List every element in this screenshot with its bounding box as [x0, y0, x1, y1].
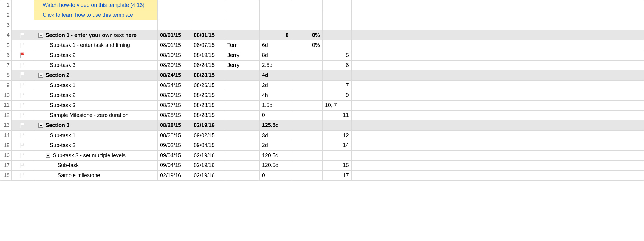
end-date[interactable]: 08/07/15: [191, 40, 225, 50]
assignee[interactable]: [225, 20, 259, 30]
duration[interactable]: [259, 0, 291, 10]
start-date[interactable]: 08/01/15: [157, 30, 191, 40]
row-number[interactable]: 14: [0, 130, 12, 140]
end-date[interactable]: 08/28/15: [191, 100, 225, 110]
table-row[interactable]: 13−Section 308/28/1502/19/16125.5d: [0, 120, 644, 131]
template-link[interactable]: Click to learn how to use this template: [43, 12, 133, 18]
start-date[interactable]: 09/04/15: [157, 160, 191, 171]
predecessors[interactable]: 12: [322, 130, 351, 140]
trailing-cell[interactable]: [351, 10, 644, 20]
table-row[interactable]: 11Sub-task 308/27/1508/28/151.5d10, 7: [0, 100, 644, 110]
start-date[interactable]: 08/24/15: [157, 80, 191, 90]
predecessors[interactable]: 10, 7: [322, 100, 351, 110]
row-number[interactable]: 10: [0, 90, 12, 101]
duration[interactable]: 4h: [259, 90, 291, 101]
table-row[interactable]: 1Watch how-to video on this template (4:…: [0, 0, 644, 10]
task-cell[interactable]: [34, 20, 157, 30]
start-date[interactable]: [157, 0, 191, 10]
end-date[interactable]: [191, 10, 225, 20]
assignee[interactable]: Tom: [225, 40, 259, 50]
percent-complete[interactable]: [291, 80, 322, 90]
end-date[interactable]: 09/04/15: [191, 140, 225, 151]
start-date[interactable]: 08/27/15: [157, 100, 191, 110]
table-row[interactable]: 2Click to learn how to use this template: [0, 10, 644, 20]
flag-cell[interactable]: [11, 80, 34, 90]
assignee[interactable]: [225, 100, 259, 110]
flag-cell[interactable]: [11, 160, 34, 171]
table-row[interactable]: 6Sub-task 208/10/1508/19/15Jerry8d5: [0, 50, 644, 60]
row-number[interactable]: 11: [0, 100, 12, 110]
duration[interactable]: 0: [259, 110, 291, 120]
collapse-toggle[interactable]: −: [38, 73, 43, 78]
start-date[interactable]: 08/24/15: [157, 70, 191, 81]
assignee[interactable]: [225, 120, 259, 131]
row-number[interactable]: 9: [0, 80, 12, 90]
trailing-cell[interactable]: [351, 40, 644, 50]
row-number[interactable]: 17: [0, 160, 12, 171]
task-cell[interactable]: −Section 2: [34, 70, 157, 81]
percent-complete[interactable]: [291, 130, 322, 140]
row-number[interactable]: 16: [0, 150, 12, 160]
predecessors[interactable]: 14: [322, 140, 351, 151]
end-date[interactable]: 09/02/15: [191, 130, 225, 140]
end-date[interactable]: 02/19/16: [191, 160, 225, 171]
percent-complete[interactable]: [291, 90, 322, 101]
predecessors[interactable]: 11: [322, 110, 351, 120]
assignee[interactable]: Jerry: [225, 50, 259, 60]
predecessors[interactable]: [322, 20, 351, 30]
percent-complete[interactable]: [291, 110, 322, 120]
assignee[interactable]: [225, 130, 259, 140]
percent-complete[interactable]: 0%: [291, 40, 322, 50]
row-number[interactable]: 6: [0, 50, 12, 60]
assignee[interactable]: [225, 10, 259, 20]
trailing-cell[interactable]: [351, 50, 644, 60]
assignee[interactable]: [225, 140, 259, 151]
duration[interactable]: 2d: [259, 140, 291, 151]
predecessors[interactable]: 5: [322, 50, 351, 60]
task-cell[interactable]: Sub-task 3: [34, 60, 157, 70]
percent-complete[interactable]: [291, 150, 322, 160]
trailing-cell[interactable]: [351, 171, 644, 181]
row-number[interactable]: 13: [0, 120, 12, 131]
duration[interactable]: 4d: [259, 70, 291, 81]
row-number[interactable]: 3: [0, 20, 12, 30]
row-number[interactable]: 1: [0, 0, 12, 10]
template-link[interactable]: Watch how-to video on this template (4:1…: [43, 2, 145, 8]
start-date[interactable]: 08/10/15: [157, 50, 191, 60]
percent-complete[interactable]: [291, 50, 322, 60]
start-date[interactable]: 08/01/15: [157, 40, 191, 50]
task-cell[interactable]: −Section 3: [34, 120, 157, 131]
table-row[interactable]: 9Sub-task 108/24/1508/26/152d7: [0, 80, 644, 90]
flag-cell[interactable]: [11, 130, 34, 140]
end-date[interactable]: 08/01/15: [191, 30, 225, 40]
task-cell[interactable]: Sample Milestone - zero duration: [34, 110, 157, 120]
duration[interactable]: 3d: [259, 130, 291, 140]
predecessors[interactable]: [322, 40, 351, 50]
start-date[interactable]: 09/02/15: [157, 140, 191, 151]
end-date[interactable]: 08/24/15: [191, 60, 225, 70]
row-number[interactable]: 5: [0, 40, 12, 50]
start-date[interactable]: 08/28/15: [157, 120, 191, 131]
predecessors[interactable]: 17: [322, 171, 351, 181]
table-row[interactable]: 12Sample Milestone - zero duration08/28/…: [0, 110, 644, 120]
percent-complete[interactable]: [291, 60, 322, 70]
trailing-cell[interactable]: [351, 120, 644, 131]
trailing-cell[interactable]: [351, 70, 644, 81]
end-date[interactable]: 02/19/16: [191, 150, 225, 160]
flag-cell[interactable]: [11, 20, 34, 30]
row-number[interactable]: 4: [0, 30, 12, 40]
flag-cell[interactable]: [11, 110, 34, 120]
duration[interactable]: 1.5d: [259, 100, 291, 110]
flag-cell[interactable]: [11, 0, 34, 10]
task-cell[interactable]: Sub-task 1: [34, 80, 157, 90]
flag-cell[interactable]: [11, 30, 34, 40]
trailing-cell[interactable]: [351, 140, 644, 151]
trailing-cell[interactable]: [351, 20, 644, 30]
assignee[interactable]: Jerry: [225, 60, 259, 70]
task-cell[interactable]: Sub-task 1 - enter task and timing: [34, 40, 157, 50]
start-date[interactable]: 08/20/15: [157, 60, 191, 70]
table-row[interactable]: 16−Sub-task 3 - set multiple levels09/04…: [0, 150, 644, 160]
duration[interactable]: 125.5d: [259, 120, 291, 131]
task-cell[interactable]: Sample milestone: [34, 171, 157, 181]
percent-complete[interactable]: 0%: [291, 30, 322, 40]
